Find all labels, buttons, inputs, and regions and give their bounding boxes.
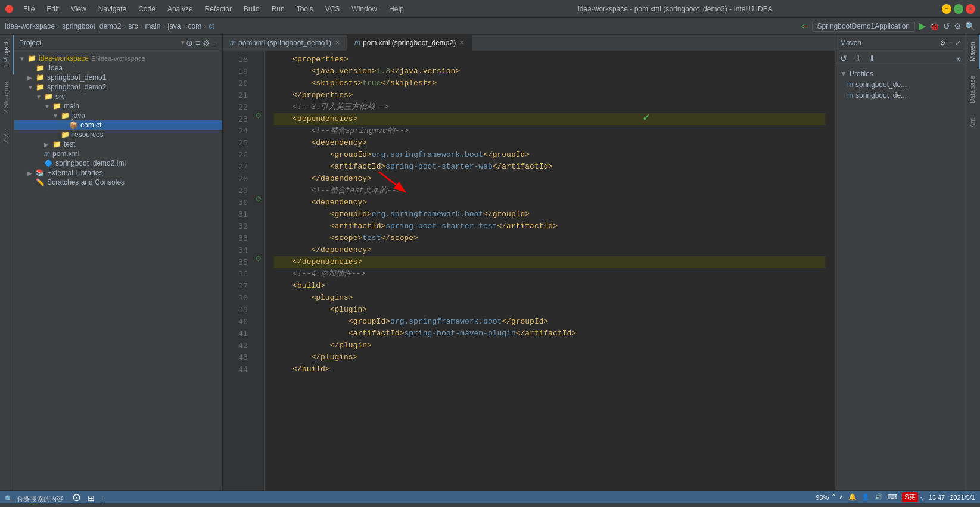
profile-item-icon-2: m xyxy=(847,91,853,99)
run-config-label[interactable]: SpringbootDemo1Application xyxy=(812,21,915,32)
side-tab-structure[interactable]: 2:Structure xyxy=(0,74,14,121)
tree-item-ext-libs[interactable]: ▶ 📚 External Libraries xyxy=(14,168,222,178)
side-tab-z[interactable]: Z:Z... xyxy=(0,121,14,151)
maven-profile-item-2[interactable]: m springboot_de... xyxy=(835,90,966,101)
close-button[interactable]: ✕ xyxy=(966,4,975,14)
tree-item-main[interactable]: ▼ 📁 main xyxy=(14,101,222,111)
tab-pom1[interactable]: m pom.xml (springboot_demo1) ✕ xyxy=(223,35,347,51)
menu-help[interactable]: Help xyxy=(384,4,409,14)
statusbar-notifications[interactable]: 🔔 xyxy=(848,493,857,501)
maven-settings-icon[interactable]: ⚙ xyxy=(939,39,946,47)
tree-item-demo1[interactable]: ▶ 📁 springboot_demo1 xyxy=(14,73,222,82)
run-button[interactable]: ▶ xyxy=(919,20,926,32)
sidebar-sync-icon[interactable]: ⊕ xyxy=(186,38,193,48)
menu-navigate[interactable]: Navigate xyxy=(94,4,131,14)
tree-item-demo2[interactable]: ▼ 📁 springboot_demo2 xyxy=(14,82,222,92)
code-line-26: <groupId>org.springframework.boot</group… xyxy=(274,149,825,161)
user-icon: 👤 xyxy=(861,493,870,501)
checkmark-overlay: ✓ xyxy=(642,112,650,123)
tree-item-resources[interactable]: 📁 resources xyxy=(14,130,222,139)
notification-icon: 🔔 xyxy=(848,493,857,501)
code-line-25: <dependency> xyxy=(274,137,825,149)
debug-button[interactable]: 🐞 xyxy=(929,21,939,31)
statusbar-ime[interactable]: S英 ·, xyxy=(902,492,923,502)
breadcrumb-workspace[interactable]: idea-workspace xyxy=(5,22,55,30)
sidebar-title: Project xyxy=(19,39,180,47)
code-content[interactable]: <properties> <java.version>1.8</java.ver… xyxy=(265,51,835,490)
code-line-42: </plugin> xyxy=(274,340,825,352)
menu-build[interactable]: Build xyxy=(239,4,265,14)
tree-item-java[interactable]: ▼ 📁 java xyxy=(14,111,222,120)
left-vertical-tabs: 1:Project 2:Structure Z:Z... xyxy=(0,35,14,490)
menu-file[interactable]: File xyxy=(18,4,39,14)
code-line-30: <dependency> xyxy=(274,197,825,209)
breadcrumb-main[interactable]: main xyxy=(145,22,160,30)
menu-code[interactable]: Code xyxy=(133,4,160,14)
tree-item-test[interactable]: ▶ 📁 test xyxy=(14,139,222,149)
tree-item-workspace[interactable]: ▼ 📁 idea-workspace E:\idea-workspace xyxy=(14,54,222,63)
minimize-button[interactable]: − xyxy=(942,4,951,14)
menu-window[interactable]: Window xyxy=(347,4,382,14)
menu-refactor[interactable]: Refactor xyxy=(200,4,237,14)
tab-pom1-close[interactable]: ✕ xyxy=(335,39,340,46)
tab-pom2[interactable]: m pom.xml (springboot_demo2) ✕ xyxy=(347,35,472,51)
line-numbers: 1819202122 2324252627 2829303132 3334353… xyxy=(223,51,253,490)
sidebar-close-icon[interactable]: − xyxy=(213,38,217,48)
maven-download-icon[interactable]: ⇩ xyxy=(852,52,864,64)
maven-refresh-icon[interactable]: ↺ xyxy=(838,52,850,64)
maximize-button[interactable]: □ xyxy=(954,4,963,14)
reload-button[interactable]: ↺ xyxy=(943,21,950,31)
statusbar-encoding[interactable]: 98% ⌃ ∧ xyxy=(816,493,844,501)
code-line-38: <plugins> xyxy=(274,292,825,304)
statusbar-date: 2021/5/1 xyxy=(950,494,975,501)
statusbar-user[interactable]: 👤 xyxy=(861,493,870,501)
tab-pom2-close[interactable]: ✕ xyxy=(459,39,464,46)
maven-minimize-icon[interactable]: − xyxy=(948,39,953,47)
breadcrumb-com[interactable]: com xyxy=(188,22,201,30)
tree-item-iml[interactable]: 🔷 springboot_demo2.iml xyxy=(14,158,222,168)
side-tab-database[interactable]: Database xyxy=(966,69,980,111)
tree-item-comct[interactable]: 📦 com.ct xyxy=(14,120,222,130)
search-button[interactable]: 🔍 xyxy=(965,21,975,31)
sidebar-settings-icon[interactable]: ⚙ xyxy=(203,38,210,48)
statusbar-circle-icon[interactable]: ⊙ xyxy=(72,492,81,503)
menu-vcs[interactable]: VCS xyxy=(321,4,345,14)
code-line-43: </plugins> xyxy=(274,352,825,363)
maven-profile-item-1[interactable]: m springboot_de... xyxy=(835,79,966,90)
project-tree: ▼ 📁 idea-workspace E:\idea-workspace 📁 .… xyxy=(14,51,222,490)
sound-icon: 🔊 xyxy=(875,493,883,501)
statusbar-time: 13:47 xyxy=(929,494,945,501)
breadcrumb-src[interactable]: src xyxy=(128,22,138,30)
menu-view[interactable]: View xyxy=(66,4,91,14)
menu-edit[interactable]: Edit xyxy=(42,4,64,14)
profiles-arrow-icon: ▼ xyxy=(840,70,847,78)
tree-item-pom[interactable]: m pom.xml xyxy=(14,149,222,158)
statusbar-sound[interactable]: 🔊 xyxy=(875,493,883,501)
menu-analyze[interactable]: Analyze xyxy=(163,4,198,14)
side-tab-ant[interactable]: Ant xyxy=(966,111,980,135)
menu-tools[interactable]: Tools xyxy=(292,4,318,14)
config-button[interactable]: ⚙ xyxy=(954,21,962,31)
breadcrumb-demo2[interactable]: springboot_demo2 xyxy=(62,22,121,30)
tree-item-idea[interactable]: 📁 .idea xyxy=(14,63,222,73)
maven-header-icons: ⚙ − ⤢ xyxy=(939,39,961,47)
titlebar: 🔴 File Edit View Navigate Code Analyze R… xyxy=(0,0,980,18)
breadcrumb-ct[interactable]: ct xyxy=(209,22,214,30)
side-tab-project[interactable]: 1:Project xyxy=(0,35,14,74)
tree-item-scratches[interactable]: ✏️ Scratches and Consoles xyxy=(14,178,222,187)
maven-profiles-header[interactable]: ▼ Profiles xyxy=(835,69,966,79)
code-editor[interactable]: 1819202122 2324252627 2829303132 3334353… xyxy=(223,51,835,490)
statusbar-task-icon[interactable]: ⊞ xyxy=(88,493,95,503)
sidebar-collapse-icon[interactable]: ≡ xyxy=(195,38,200,48)
tree-item-src[interactable]: ▼ 📁 src xyxy=(14,92,222,101)
nav-arrow-icon[interactable]: ⇐ xyxy=(801,21,808,31)
menu-run[interactable]: Run xyxy=(267,4,290,14)
side-tab-maven[interactable]: Maven xyxy=(966,35,980,69)
code-line-34: </dependency> xyxy=(274,244,825,256)
maven-download2-icon[interactable]: ⬇ xyxy=(866,52,878,64)
breadcrumb-java[interactable]: java xyxy=(167,22,181,30)
maven-expand-icon[interactable]: ⤢ xyxy=(955,39,961,47)
code-line-20: <skipTests>true</skipTests> xyxy=(274,77,825,89)
statusbar-keyboard[interactable]: ⌨ xyxy=(888,493,897,501)
maven-more-icon[interactable]: » xyxy=(954,52,963,64)
